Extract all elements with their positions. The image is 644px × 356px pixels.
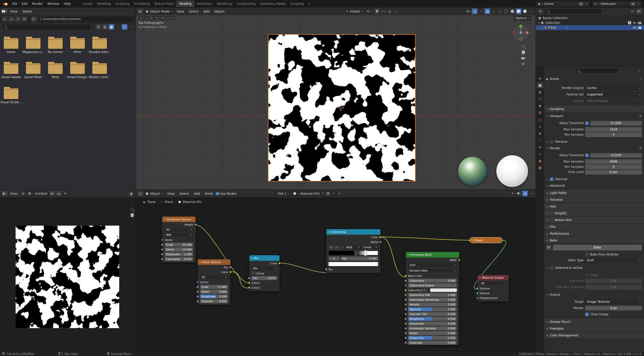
node-header[interactable]: ▾Viewer <box>470 237 502 243</box>
margin-field[interactable]: 0 px <box>585 306 642 311</box>
panel-sampling[interactable]: ▾Sampling:::: <box>544 106 644 112</box>
hdri-preview-sphere[interactable] <box>458 157 487 185</box>
dimensions-dropdown[interactable]: 3D▾ <box>165 228 193 232</box>
display-thumbnails-icon[interactable]: ▦ <box>109 24 114 30</box>
pan-hand-icon[interactable] <box>522 50 525 54</box>
node-musgrave-texture[interactable]: ▾Musgrave Texture Height 3D▾ fBM▾ Vector… <box>162 217 195 263</box>
new-material-icon[interactable]: ⧉ <box>325 191 331 196</box>
stop-position-slider[interactable]: Pos0.750 <box>341 257 378 261</box>
filter-icon[interactable]: ▽ <box>122 24 127 30</box>
shader-menu-view[interactable]: View <box>165 191 177 196</box>
socket-color-out[interactable] <box>278 262 281 264</box>
socket-alpha-out[interactable] <box>379 241 382 243</box>
subpanel-render[interactable]: ▾Render☰ <box>547 146 642 151</box>
new-viewlayer-icon[interactable]: ⧉ <box>630 2 636 6</box>
subpanel-selected-to-active[interactable]: ▾Selected to Active <box>547 265 642 270</box>
socket-viewer-out[interactable] <box>501 239 504 242</box>
output-target-dropdown[interactable]: All▾ <box>480 281 506 285</box>
socket-surface-in[interactable] <box>476 287 478 289</box>
subpanel-advanced[interactable]: ▸Advanced <box>547 183 642 188</box>
breadcrumb-material[interactable]: Material.001 <box>183 200 202 204</box>
socket-color1-in[interactable] <box>248 282 250 284</box>
new-scene-icon[interactable]: ⧉ <box>578 2 584 6</box>
mode-dropdown[interactable]: ▣ Object Mode▾ <box>144 9 174 14</box>
panel-bake[interactable]: ▾Bake:::: <box>544 237 644 243</box>
editor-type-outliner-icon[interactable]: ☰▾ <box>538 9 543 14</box>
proportional-falloff-dropdown[interactable]: ∧▾ <box>393 9 399 14</box>
subsurface-color-swatch[interactable] <box>430 288 457 292</box>
node-material-output[interactable]: ▾Material Output All▾ Surface Volume Dis… <box>477 275 509 301</box>
subpanel-viewport[interactable]: ▾Viewport☰ <box>547 114 642 119</box>
panel-performance[interactable]: ▸Performance <box>544 231 644 236</box>
socket-subsurface-color-in[interactable] <box>405 289 407 291</box>
sheen-tint-slider[interactable]: Sheen Tint0.500 <box>408 336 457 340</box>
disable-in-renders-camera-icon[interactable] <box>638 26 641 29</box>
display-horizontal-list-icon[interactable]: ▤ <box>102 24 108 30</box>
tool-move-icon[interactable]: ↔ <box>155 16 159 20</box>
material-selector[interactable]: ▾ Material.001 ⛉ ⧉ ✕ <box>292 191 337 196</box>
subpanel-viewport-denoise[interactable]: ▸Denoise <box>547 139 642 144</box>
add-workspace-button[interactable]: + <box>306 1 313 6</box>
tab-object-data-properties[interactable]: ▽ <box>537 151 544 157</box>
target-dropdown[interactable]: Image Textures▾ <box>585 299 642 304</box>
ramp-options-dropdown[interactable]: ▾ <box>340 245 344 249</box>
tab-compositing[interactable]: Compositing <box>235 1 258 6</box>
anisotropic-rotation-slider[interactable]: Anisotropic Rotation0.000 <box>408 326 457 330</box>
gizmo-y-axis[interactable] <box>519 25 522 28</box>
detail-slider[interactable]: Detail9.900 <box>200 290 228 294</box>
viewport-canvas[interactable]: ▢ ⬚ ✛ ↔ ⟲ ⤢ ✎ Top Orthographic (1) Colle… <box>136 15 536 190</box>
stop-index-field[interactable]: 1 <box>329 257 340 261</box>
file-menu-select[interactable]: Select <box>20 9 34 14</box>
tool-annotate-icon[interactable]: ✎ <box>171 16 175 20</box>
outliner-search-input[interactable] <box>545 9 601 14</box>
editor-type-shader-icon[interactable]: ⬡▾ <box>138 191 143 196</box>
socket-color-out[interactable] <box>229 271 232 273</box>
tab-animation[interactable]: Animation <box>195 1 214 6</box>
socket-height-out[interactable] <box>194 223 197 226</box>
socket-viewer-in[interactable] <box>468 239 471 242</box>
node-colorramp[interactable]: ▾ColorRamp Color Alpha + − ▾ RGB▾ Linear… <box>326 229 380 273</box>
tab-tool-properties[interactable]: ⚙ <box>537 75 544 81</box>
panel-color-management[interactable]: ▸Color Management <box>544 332 644 338</box>
gradient-bar[interactable] <box>329 251 378 255</box>
tab-output-properties[interactable]: ▤ <box>537 89 544 95</box>
shading-wireframe-icon[interactable] <box>503 9 509 14</box>
hide-in-viewport-eye-icon[interactable] <box>633 22 636 24</box>
panel-hair[interactable]: ▸Hair <box>544 204 644 209</box>
viewport-denoise-checkbox[interactable] <box>550 140 553 143</box>
metallic-slider[interactable]: Metallic0.000 <box>408 302 457 307</box>
zoom-icon[interactable] <box>522 45 525 48</box>
tab-physics-properties[interactable]: ◌ <box>537 137 544 143</box>
transform-orientation-dropdown[interactable]: ⇱ Global▾ <box>344 9 364 14</box>
show-overlays-icon[interactable]: ◔ <box>485 9 490 14</box>
socket-sheen-in[interactable] <box>405 332 407 334</box>
socket-subsurface-radius-in[interactable] <box>405 284 407 286</box>
render-noise-threshold-field[interactable]: 0.0100 <box>590 153 642 158</box>
fake-user-shield-icon[interactable]: ⛉ <box>321 191 324 195</box>
socket-roughness-in[interactable] <box>405 318 407 320</box>
menu-window[interactable]: Window <box>45 1 61 6</box>
noise-threshold-checkbox[interactable]: ✓ <box>585 121 589 125</box>
socket-base-color-in[interactable] <box>405 275 407 277</box>
socket-fac-in[interactable] <box>325 268 327 270</box>
socket-anisotropic-in[interactable] <box>405 322 407 325</box>
breadcrumb-mesh[interactable]: Plane <box>165 200 173 204</box>
gizmo-x-neg-axis[interactable] <box>513 31 516 34</box>
socket-vector-in[interactable] <box>196 281 199 283</box>
tab-geometry-nodes[interactable]: Geometry Nodes <box>258 1 288 6</box>
socket-subsurface-ior-in[interactable] <box>405 294 407 296</box>
image-menu-view[interactable]: View <box>8 191 20 196</box>
socket-scale-in[interactable] <box>161 243 163 246</box>
pivot-point-dropdown[interactable]: ⟲▾ <box>365 9 374 14</box>
tab-world-properties[interactable]: ◍ <box>537 109 544 115</box>
socket-subsurface-in[interactable] <box>405 279 407 282</box>
panel-volumes[interactable]: ▸Volumes <box>544 197 644 202</box>
subsurface-slider[interactable]: Subsurface0.000 <box>408 279 457 283</box>
file-menu-view[interactable]: View <box>8 9 20 14</box>
blend-mode-dropdown[interactable]: Mix▾ <box>252 266 277 270</box>
tab-shading-active[interactable]: Shading <box>176 1 194 7</box>
gizmo-dropdown[interactable]: ▾ <box>478 9 484 14</box>
socket-detail-in[interactable] <box>161 248 163 250</box>
menu-file[interactable]: File <box>10 1 19 6</box>
create-folder-icon[interactable]: 🗀⁺ <box>31 16 37 22</box>
